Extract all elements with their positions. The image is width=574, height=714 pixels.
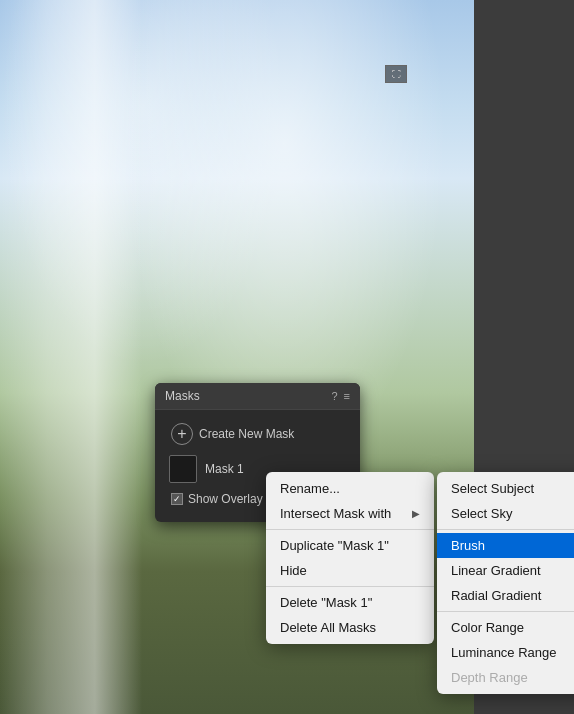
color-range-submenu-item[interactable]: Color Range — [437, 615, 574, 640]
masks-help-icon[interactable]: ? — [331, 390, 337, 402]
create-new-mask-button[interactable]: + Create New Mask — [163, 418, 352, 450]
delete-mask1-menu-item[interactable]: Delete "Mask 1" — [266, 590, 434, 615]
radial-gradient-submenu-item[interactable]: Radial Gradient — [437, 583, 574, 608]
linear-gradient-submenu-item[interactable]: Linear Gradient — [437, 558, 574, 583]
intersect-mask-with-menu-item[interactable]: Intersect Mask with ▶ — [266, 501, 434, 526]
luminance-range-submenu-item[interactable]: Luminance Range — [437, 640, 574, 665]
hide-mask-menu-item[interactable]: Hide — [266, 558, 434, 583]
masks-menu-icon[interactable]: ≡ — [344, 390, 350, 402]
plus-icon: + — [171, 423, 193, 445]
chevron-right-icon: ▶ — [412, 508, 420, 519]
canvas-thumbnail-icon: ⛶ — [385, 65, 407, 83]
depth-range-submenu-item: Depth Range — [437, 665, 574, 690]
show-overlay-label: Show Overlay — [188, 492, 263, 506]
mask-item-name: Mask 1 — [205, 462, 244, 476]
context-menu-separator-2 — [266, 586, 434, 587]
masks-panel-title: Masks — [165, 389, 331, 403]
submenu: Select Subject Select Sky Brush Linear G… — [437, 472, 574, 694]
show-overlay-checkbox[interactable]: ✓ — [171, 493, 183, 505]
select-sky-submenu-item[interactable]: Select Sky — [437, 501, 574, 526]
brush-submenu-item[interactable]: Brush — [437, 533, 574, 558]
mask-thumbnail — [169, 455, 197, 483]
create-mask-label: Create New Mask — [199, 427, 294, 441]
delete-all-masks-menu-item[interactable]: Delete All Masks — [266, 615, 434, 640]
context-menu: Rename... Intersect Mask with ▶ Duplicat… — [266, 472, 434, 644]
context-menu-separator-1 — [266, 529, 434, 530]
duplicate-mask-menu-item[interactable]: Duplicate "Mask 1" — [266, 533, 434, 558]
submenu-separator-2 — [437, 611, 574, 612]
masks-panel-header: Masks ? ≡ — [155, 383, 360, 410]
select-subject-submenu-item[interactable]: Select Subject — [437, 476, 574, 501]
submenu-separator-1 — [437, 529, 574, 530]
rename-menu-item[interactable]: Rename... — [266, 476, 434, 501]
